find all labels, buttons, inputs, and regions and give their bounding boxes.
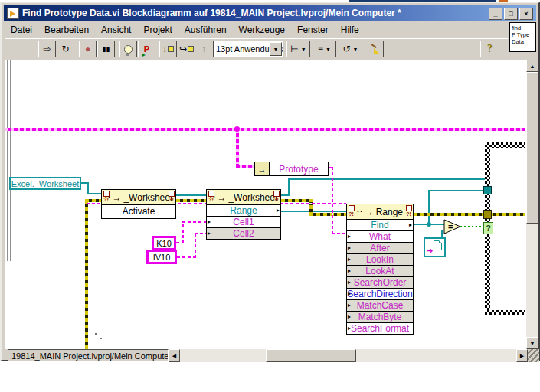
string-wire-segment[interactable] <box>177 256 196 258</box>
menu-item-projekt[interactable]: Projekt <box>137 23 178 37</box>
menu-item-bearbeiten[interactable]: Bearbeiten <box>38 23 95 37</box>
invoke-node-row-searchorder[interactable]: ▸SearchOrder <box>347 276 413 288</box>
invoke-node-row-cell2[interactable]: ▸Cell2 <box>207 227 280 239</box>
cluster-wire-segment[interactable] <box>236 165 255 168</box>
string-constant-iv10[interactable]: IV10 <box>146 250 177 264</box>
refnum-wire-segment[interactable] <box>428 190 486 191</box>
invoke-node-row-activate[interactable]: Activate <box>102 204 175 218</box>
case-selector-terminal[interactable]: ? <box>483 222 493 234</box>
refnum-wire-segment[interactable] <box>428 190 430 225</box>
automation-refnum-constant[interactable]: ➜ <box>424 237 446 257</box>
error-wire-segment[interactable] <box>85 199 101 202</box>
invoke-node-range-find[interactable]: ?!?!··→Range▸Find▸What▸After▸LookIn▸Look… <box>346 204 414 335</box>
scroll-left-button[interactable]: ◀ <box>169 349 180 362</box>
error-wire-segment[interactable] <box>281 199 313 202</box>
invoke-node-row-after[interactable]: ▸After <box>347 242 413 253</box>
invoke-node-header[interactable]: ?!?!··→Range <box>347 204 413 219</box>
menu-item-ausführen[interactable]: Ausführen <box>178 23 233 37</box>
refnum-tunnel[interactable] <box>483 186 492 194</box>
menu-item-datei[interactable]: Datei <box>5 23 38 37</box>
run-button[interactable]: ⇨ <box>38 41 56 57</box>
scroll-up-button[interactable]: ▲ <box>526 60 538 72</box>
string-wire-segment[interactable] <box>332 233 346 234</box>
invoke-node-row-matchbyte[interactable]: ▸MatchByte <box>347 311 413 322</box>
activex-class-icon: ?! <box>405 205 412 217</box>
menu-item-werkzeuge[interactable]: Werkzeuge <box>233 23 291 37</box>
refnum-wire-segment[interactable] <box>288 178 290 196</box>
invoke-node-worksheet-activate[interactable]: ?!?!··→_WorksheetActivate <box>101 189 176 219</box>
invoke-node-row-lookat[interactable]: ▸LookAt <box>347 265 413 276</box>
string-constant-k10[interactable]: K10 <box>152 236 176 250</box>
refnum-wire-segment[interactable] <box>288 178 486 180</box>
activex-class-icon: ?! <box>168 191 175 202</box>
vi-icon-pane[interactable]: find P Type Data <box>509 22 536 52</box>
refnum-wire-segment[interactable] <box>87 193 101 194</box>
invoke-arrow-icon: → <box>365 207 374 217</box>
invoke-node-row-range[interactable]: ▸Range <box>207 204 280 216</box>
invoke-node-row-searchdirection[interactable]: ▸SearchDirection <box>347 288 413 299</box>
case-structure-border-bottom[interactable] <box>485 310 525 315</box>
invoke-node-row-cell1[interactable]: ▸Cell1 <box>207 216 280 227</box>
unbundle-arrow-icon: → <box>258 165 267 174</box>
step-into-button[interactable]: ↓ <box>159 41 177 57</box>
menu-item-hilfe[interactable]: Hilfe <box>335 23 365 37</box>
window-resize-grip[interactable] <box>528 349 539 362</box>
cluster-wire-segment[interactable] <box>2 128 525 131</box>
maximize-button[interactable]: □ <box>504 8 518 20</box>
step-out-button[interactable]: ↑ <box>196 41 211 57</box>
minimize-button[interactable]: _ <box>489 8 502 20</box>
row-label: MatchByte <box>358 312 402 322</box>
string-wire-segment[interactable] <box>182 222 184 243</box>
cluster-wire-segment[interactable] <box>236 128 239 168</box>
distribute-objects-button[interactable]: ≡▼ <box>313 41 336 57</box>
error-wire-segment[interactable] <box>176 199 206 202</box>
error-wire-segment[interactable] <box>309 213 525 216</box>
close-button[interactable]: × <box>519 8 533 20</box>
invoke-node-header[interactable]: ?!?!··→_Worksheet <box>207 190 280 204</box>
excel-worksheet-ref-label[interactable]: Excel._Worksheet <box>9 177 81 190</box>
string-wire-segment[interactable] <box>195 233 206 234</box>
string-wire-segment[interactable] <box>195 233 196 258</box>
equal-node[interactable]: = <box>443 219 461 234</box>
error-tunnel[interactable] <box>483 210 492 219</box>
step-over-button[interactable]: ↪ <box>178 41 195 57</box>
scroll-down-button[interactable]: ▼ <box>526 337 538 349</box>
boolean-wire-segment[interactable] <box>460 226 484 227</box>
vertical-scrollbar-thumb[interactable] <box>526 72 538 224</box>
context-help-button[interactable]: ? <box>480 41 499 57</box>
titlebar[interactable]: Find Prototype Data.vi Blockdiagramm auf… <box>4 5 536 21</box>
menu-item-ansicht[interactable]: Ansicht <box>95 23 137 37</box>
string-wire-segment[interactable] <box>182 221 206 223</box>
refnum-wire-segment[interactable] <box>176 194 206 196</box>
row-label: LookIn <box>366 254 394 265</box>
retain-wire-values-button[interactable]: P <box>138 41 155 57</box>
invoke-node-header[interactable]: ?!?!··→_Worksheet <box>102 190 175 204</box>
case-structure-border-top[interactable] <box>485 142 525 148</box>
invoke-node-row-what[interactable]: ▸What <box>347 230 413 242</box>
cleanup-diagram-button[interactable] <box>365 41 384 57</box>
invoke-node-row-matchcase[interactable]: ▸MatchCase <box>347 299 413 311</box>
highlight-execution-button[interactable] <box>119 41 137 57</box>
font-selector-dropdown[interactable]: ▼ <box>270 42 282 56</box>
menu-item-fenster[interactable]: Fenster <box>291 23 335 37</box>
refnum-wire-segment[interactable] <box>281 211 346 212</box>
run-continuous-button[interactable]: ↻ <box>57 41 74 57</box>
prototype-element-label[interactable]: Prototype <box>269 162 329 176</box>
unbundle-node-icon[interactable]: → <box>254 162 270 176</box>
input-arrow-icon: ▸ <box>208 228 211 239</box>
pause-button[interactable]: ▮▮ <box>97 41 115 57</box>
invoke-node-row-searchformat[interactable]: ▸SearchFormat <box>347 322 413 334</box>
automation-arrow-icon: ➜ <box>427 247 433 255</box>
align-objects-button[interactable]: ⊢▼ <box>286 41 310 57</box>
execution-target-box[interactable]: 19814_MAIN Project.lvproj/Mein Computer <box>8 349 169 362</box>
reorder-button[interactable]: ↺▼ <box>339 41 362 57</box>
abort-button[interactable]: ● <box>79 41 97 57</box>
string-wire-segment[interactable] <box>332 167 333 234</box>
horizontal-scrollbar-thumb[interactable] <box>266 349 356 362</box>
error-wire-segment[interactable] <box>85 199 88 349</box>
block-diagram[interactable]: ? = ➜ Excel._Worksheet → Prototype <box>2 3 540 392</box>
invoke-node-row-lookin[interactable]: ▸LookIn <box>347 253 413 265</box>
invoke-node-row-find[interactable]: ▸Find <box>347 219 413 230</box>
scroll-right-button[interactable]: ▶ <box>516 349 528 362</box>
invoke-node-worksheet-range[interactable]: ?!?!··→_Worksheet▸Range▸Cell1▸Cell2 <box>206 189 281 240</box>
